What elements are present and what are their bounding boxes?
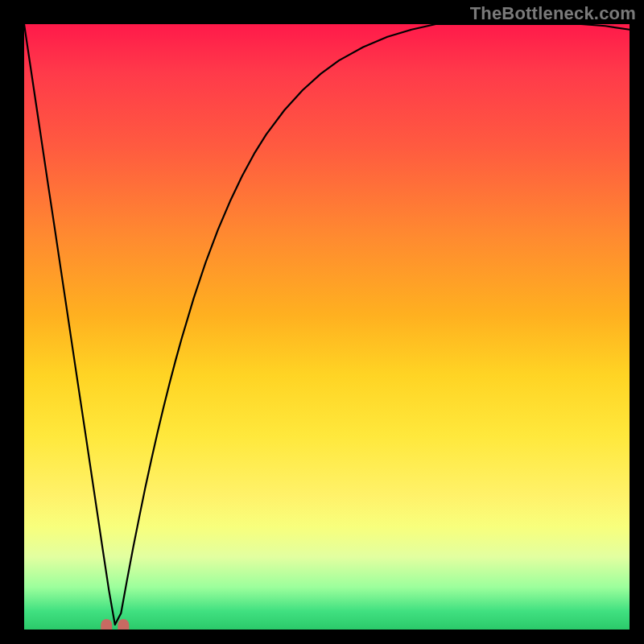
- chart-frame: TheBottleneck.com: [0, 0, 644, 644]
- watermark-text: TheBottleneck.com: [470, 3, 636, 24]
- plot-area: [24, 24, 630, 630]
- curve-overlay: [24, 24, 630, 630]
- bottleneck-curve: [24, 24, 630, 625]
